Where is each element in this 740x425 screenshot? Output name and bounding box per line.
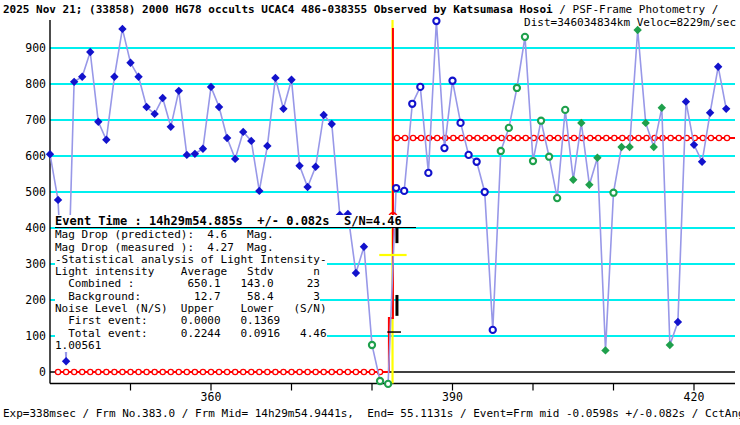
- svg-text:400: 400: [25, 221, 46, 235]
- light-curve-plot: 9008007006005004003002001000360390420: [0, 0, 740, 425]
- svg-text:900: 900: [25, 41, 46, 55]
- svg-text:800: 800: [25, 77, 46, 91]
- svg-text:390: 390: [442, 390, 463, 404]
- svg-text:360: 360: [201, 390, 222, 404]
- svg-text:420: 420: [684, 390, 705, 404]
- noise-first-event-row: First event: 0.0000 0.1369: [55, 315, 280, 327]
- svg-text:0: 0: [39, 365, 46, 379]
- svg-text:500: 500: [25, 185, 46, 199]
- svg-text:200: 200: [25, 293, 46, 307]
- stats-combined-row: Combined : 650.1 143.0 23: [55, 278, 320, 290]
- status-bar: Exp=338msec / Frm No.383.0 / Frm Mid= 14…: [3, 407, 740, 420]
- svg-text:700: 700: [25, 113, 46, 127]
- light-curve-canvas: 9008007006005004003002001000360390420: [0, 0, 740, 425]
- photometry-app-window: 2025 Nov 21; (33858) 2000 HG78 occults U…: [0, 0, 740, 425]
- svg-text:600: 600: [25, 149, 46, 163]
- event-time-line: Event Time : 14h29m54.885s +/- 0.082s S/…: [55, 215, 416, 228]
- svg-text:300: 300: [25, 257, 46, 271]
- ratio-value: 1.00561: [55, 340, 101, 352]
- mag-drop-predicted: Mag Drop (predicted): 4.6 Mag.: [55, 229, 274, 241]
- svg-text:100: 100: [25, 329, 46, 343]
- stats-panel: Event Time : 14h29m54.885s +/- 0.082s S/…: [55, 215, 416, 352]
